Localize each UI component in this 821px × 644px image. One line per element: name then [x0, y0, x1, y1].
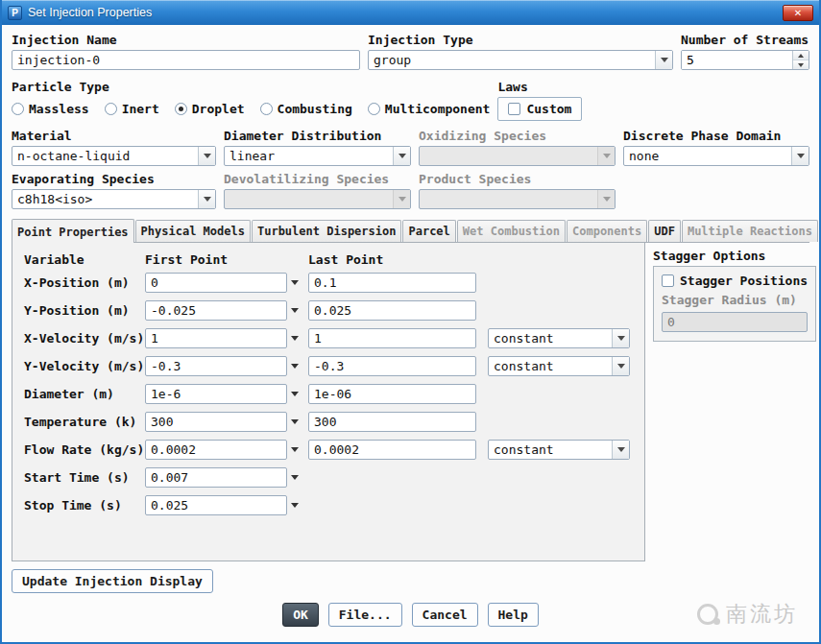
- field-menu-arrow-icon[interactable]: [291, 475, 299, 480]
- last-point-input[interactable]: [308, 440, 476, 460]
- tab-multiple-reactions: Multiple Reactions: [682, 220, 818, 242]
- help-button[interactable]: Help: [488, 603, 539, 627]
- set-injection-properties-dialog: P Set Injection Properties ✕ Injection N…: [0, 0, 821, 644]
- chevron-down-icon: [612, 441, 629, 459]
- discrete-phase-domain-label: Discrete Phase Domain: [623, 129, 809, 143]
- row-y-position: Y-Position (m): [24, 300, 633, 321]
- discrete-phase-domain-value: none: [624, 147, 791, 165]
- first-point-input[interactable]: [145, 384, 287, 404]
- last-point-input[interactable]: [308, 384, 476, 404]
- spin-up-icon[interactable]: [793, 51, 809, 60]
- profile-select[interactable]: constant: [488, 440, 630, 460]
- row-temperature: Temperature (k): [24, 412, 633, 432]
- field-menu-arrow-icon[interactable]: [291, 308, 299, 313]
- tab-udf[interactable]: UDF: [648, 220, 681, 242]
- field-menu-arrow-icon[interactable]: [291, 503, 299, 508]
- row-x-velocity: X-Velocity (m/s) constant: [24, 328, 633, 348]
- field-menu-arrow-icon[interactable]: [291, 392, 299, 396]
- field-menu-arrow-icon[interactable]: [291, 280, 299, 285]
- spin-down-icon[interactable]: [793, 60, 809, 69]
- variable-label: Diameter (m): [24, 387, 145, 401]
- discrete-phase-domain-select[interactable]: none: [623, 146, 809, 166]
- laws-label: Laws: [497, 80, 809, 94]
- tab-point-properties[interactable]: Point Properties: [12, 219, 134, 243]
- evaporating-species-select[interactable]: c8h18<iso>: [12, 189, 216, 209]
- material-select[interactable]: n-octane-liquid: [12, 146, 216, 166]
- radio-icon: [105, 103, 117, 115]
- row-x-position: X-Position (m): [24, 273, 633, 293]
- last-point-input[interactable]: [308, 328, 476, 348]
- first-point-input[interactable]: [145, 356, 287, 376]
- last-point-input[interactable]: [308, 356, 476, 376]
- stagger-radius-input: [662, 312, 808, 332]
- first-point-input[interactable]: [145, 467, 287, 488]
- oxidizing-species-label: Oxidizing Species: [419, 129, 616, 143]
- diameter-distribution-select[interactable]: linear: [224, 146, 411, 166]
- product-species-select: [419, 189, 616, 209]
- chevron-down-icon: [791, 147, 809, 165]
- window-title: Set Injection Properties: [28, 6, 777, 19]
- variable-label: X-Position (m): [24, 275, 145, 290]
- chevron-down-icon: [597, 147, 615, 165]
- field-menu-arrow-icon[interactable]: [291, 419, 299, 424]
- stagger-radius-label: Stagger Radius (m): [662, 293, 808, 307]
- profile-value: constant: [489, 357, 612, 375]
- radio-multicomponent[interactable]: Multicomponent: [368, 102, 491, 116]
- variable-header: Variable: [24, 252, 145, 267]
- cancel-button[interactable]: Cancel: [412, 603, 478, 627]
- file-button[interactable]: File...: [328, 603, 402, 627]
- radio-icon: [260, 103, 273, 115]
- first-point-header: First Point: [145, 252, 301, 267]
- stagger-options-section: Stagger Options Stagger Positions Stagge…: [653, 243, 816, 342]
- variable-label: Y-Velocity (m/s): [24, 359, 145, 373]
- first-point-input[interactable]: [145, 328, 287, 348]
- title-bar[interactable]: P Set Injection Properties ✕: [2, 0, 819, 25]
- tab-turbulent-dispersion[interactable]: Turbulent Dispersion: [252, 220, 402, 242]
- field-menu-arrow-icon[interactable]: [291, 364, 299, 369]
- first-point-input[interactable]: [145, 300, 287, 321]
- last-point-input[interactable]: [308, 273, 476, 293]
- particle-laws-row: Particle Type Massless Inert Droplet: [12, 80, 809, 121]
- injection-type-select[interactable]: group: [368, 50, 673, 70]
- tab-parcel[interactable]: Parcel: [402, 220, 455, 242]
- variable-label: Y-Position (m): [24, 303, 145, 318]
- chevron-down-icon: [597, 190, 615, 208]
- diameter-distribution-label: Diameter Distribution: [224, 129, 411, 143]
- close-button[interactable]: ✕: [783, 5, 813, 21]
- row-stop-time: Stop Time (s): [24, 495, 633, 515]
- evaporating-species-label: Evaporating Species: [12, 172, 216, 186]
- field-menu-arrow-icon[interactable]: [291, 336, 299, 341]
- first-point-input[interactable]: [145, 440, 287, 460]
- update-injection-display-button[interactable]: Update Injection Display: [12, 569, 213, 593]
- watermark: 南流坊: [697, 600, 798, 629]
- field-menu-arrow-icon[interactable]: [291, 447, 299, 452]
- custom-laws-checkbox[interactable]: Custom: [497, 97, 582, 121]
- checkbox-icon: [662, 274, 674, 287]
- injection-name-input[interactable]: [12, 50, 360, 70]
- radio-droplet[interactable]: Droplet: [175, 102, 245, 116]
- app-icon: P: [8, 6, 22, 20]
- first-point-input[interactable]: [145, 495, 287, 515]
- first-point-input[interactable]: [145, 412, 287, 432]
- number-of-streams-stepper[interactable]: [681, 50, 809, 70]
- number-of-streams-input[interactable]: [682, 51, 792, 69]
- first-point-input[interactable]: [145, 273, 287, 293]
- last-point-input[interactable]: [308, 412, 476, 432]
- stagger-positions-checkbox[interactable]: Stagger Positions: [662, 274, 808, 288]
- profile-select[interactable]: constant: [488, 356, 630, 376]
- product-species-label: Product Species: [419, 172, 616, 186]
- ok-button[interactable]: OK: [282, 603, 319, 627]
- profile-select[interactable]: constant: [488, 328, 630, 348]
- tab-physical-models[interactable]: Physical Models: [135, 220, 251, 242]
- chevron-down-icon: [612, 357, 629, 375]
- row-diameter: Diameter (m): [24, 384, 633, 404]
- variable-label: Start Time (s): [24, 470, 145, 485]
- last-point-input[interactable]: [308, 300, 476, 321]
- radio-massless[interactable]: Massless: [12, 102, 89, 116]
- number-of-streams-label: Number of Streams: [681, 33, 809, 47]
- radio-combusting[interactable]: Combusting: [260, 102, 352, 116]
- radio-inert[interactable]: Inert: [105, 102, 159, 116]
- chevron-down-icon: [198, 190, 215, 208]
- row-y-velocity: Y-Velocity (m/s) constant: [24, 356, 633, 376]
- chevron-down-icon: [655, 51, 672, 69]
